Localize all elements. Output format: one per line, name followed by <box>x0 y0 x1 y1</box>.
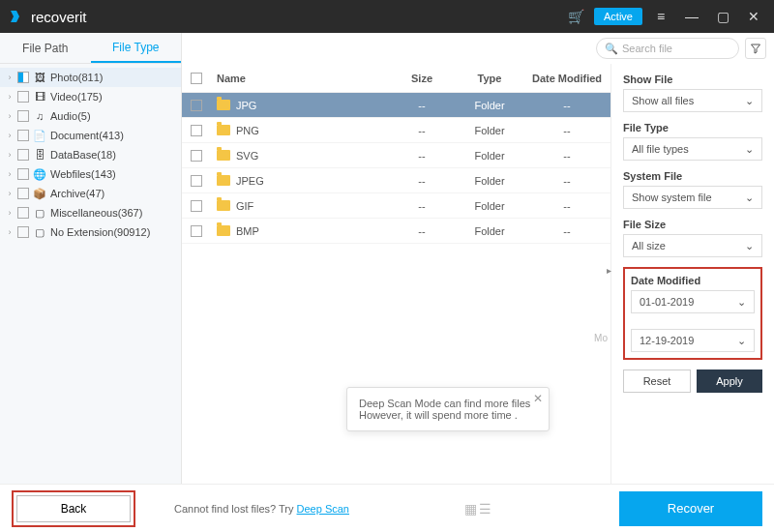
footer: Back Cannot find lost files? Try Deep Sc… <box>0 484 774 532</box>
chevron-right-icon: › <box>6 92 14 102</box>
tree-label: Audio(5) <box>50 110 91 122</box>
maximize-icon[interactable]: ▢ <box>710 4 735 29</box>
list-view-icon[interactable]: ☰ <box>479 501 491 517</box>
date-to-select[interactable]: 12-19-2019⌄ <box>631 329 755 352</box>
table-row[interactable]: GIF--Folder-- <box>182 193 610 219</box>
row-type: Folder <box>456 100 523 111</box>
col-name[interactable]: Name <box>211 73 388 84</box>
col-size[interactable]: Size <box>388 73 456 84</box>
search-input[interactable]: 🔍 Search file <box>596 38 739 59</box>
table-row[interactable]: BMP--Folder-- <box>182 219 610 244</box>
chevron-right-icon: › <box>6 73 14 82</box>
row-name: PNG <box>236 125 259 136</box>
row-checkbox[interactable] <box>191 125 202 136</box>
folder-icon <box>217 225 230 236</box>
tree-checkbox[interactable] <box>17 188 29 199</box>
back-button[interactable]: Back <box>16 495 131 522</box>
row-checkbox[interactable] <box>191 150 202 162</box>
tab-file-type[interactable]: File Type <box>91 33 182 63</box>
deep-scan-link[interactable]: Deep Scan <box>297 503 349 515</box>
chevron-down-icon: ⌄ <box>737 296 746 309</box>
tree-item-web[interactable]: ›🌐Webfiles(143) <box>0 164 181 184</box>
tree-checkbox[interactable] <box>17 110 29 122</box>
tree-item-misc[interactable]: ›▢Miscellaneous(367) <box>0 203 181 222</box>
row-size: -- <box>388 150 456 162</box>
active-button[interactable]: Active <box>594 8 642 25</box>
table-row[interactable]: SVG--Folder-- <box>182 143 610 168</box>
chevron-down-icon: ⌄ <box>737 335 746 347</box>
tree-item-none[interactable]: ›▢No Extension(90912) <box>0 222 181 242</box>
music-icon: ♫ <box>33 109 46 123</box>
folder-icon <box>217 175 230 186</box>
tree-item-image[interactable]: ›🖼Photo(811) <box>0 68 181 87</box>
file-type-select[interactable]: All file types⌄ <box>623 137 762 161</box>
tree-item-arc[interactable]: ›📦Archive(47) <box>0 184 181 203</box>
row-size: -- <box>388 125 456 136</box>
date-modified-label: Date Modified <box>631 275 755 286</box>
recover-button[interactable]: Recover <box>619 491 762 526</box>
cart-icon[interactable]: 🛒 <box>563 4 588 29</box>
tree-item-doc[interactable]: ›📄Document(413) <box>0 126 181 145</box>
file-size-select[interactable]: All size⌄ <box>623 234 762 257</box>
system-file-select[interactable]: Show system file⌄ <box>623 186 762 209</box>
tree-label: DataBase(18) <box>50 149 116 161</box>
tree-label: Photo(811) <box>50 72 103 83</box>
filter-icon[interactable] <box>745 38 766 59</box>
app-logo: recoverit <box>8 8 87 25</box>
apply-button[interactable]: Apply <box>697 369 762 393</box>
tree-checkbox[interactable] <box>17 207 29 219</box>
table-row[interactable]: PNG--Folder-- <box>182 118 610 143</box>
grid-view-icon[interactable]: ▦ <box>464 501 477 517</box>
menu-icon[interactable]: ≡ <box>648 4 673 29</box>
col-date[interactable]: Date Modified <box>523 73 610 84</box>
row-size: -- <box>388 100 456 111</box>
tree-label: Document(413) <box>50 130 124 141</box>
row-date: -- <box>523 225 610 237</box>
chevron-right-icon: › <box>6 150 14 160</box>
web-icon: 🌐 <box>33 167 46 181</box>
tooltip-close-icon[interactable]: ✕ <box>533 392 543 405</box>
close-icon[interactable]: ✕ <box>741 4 766 29</box>
tree-checkbox[interactable] <box>17 168 29 180</box>
tree-checkbox[interactable] <box>17 72 29 83</box>
film-icon: 🎞 <box>33 90 46 103</box>
row-size: -- <box>388 200 456 212</box>
date-from-select[interactable]: 01-01-2019⌄ <box>631 290 755 313</box>
show-file-select[interactable]: Show all files⌄ <box>623 89 762 112</box>
chevron-right-icon: › <box>6 131 14 140</box>
col-type[interactable]: Type <box>456 73 523 84</box>
file-size-label: File Size <box>623 219 762 230</box>
row-date: -- <box>523 175 610 187</box>
tree-checkbox[interactable] <box>17 91 29 103</box>
row-checkbox[interactable] <box>191 175 202 187</box>
row-checkbox[interactable] <box>191 100 202 111</box>
reset-button[interactable]: Reset <box>623 369 691 393</box>
tree-item-film[interactable]: ›🎞Video(175) <box>0 87 181 106</box>
chevron-down-icon: ⌄ <box>745 192 754 204</box>
row-checkbox[interactable] <box>191 200 202 212</box>
tab-file-path[interactable]: File Path <box>0 33 91 63</box>
tree-checkbox[interactable] <box>17 130 29 141</box>
folder-icon <box>217 100 230 110</box>
search-icon: 🔍 <box>605 43 618 55</box>
tree-label: Miscellaneous(367) <box>50 207 142 219</box>
table-row[interactable]: JPG--Folder-- <box>182 93 610 118</box>
tree-item-music[interactable]: ›♫Audio(5) <box>0 106 181 126</box>
row-date: -- <box>523 150 610 162</box>
tree-checkbox[interactable] <box>17 226 29 238</box>
table-row[interactable]: JPEG--Folder-- <box>182 168 610 193</box>
expand-handle[interactable]: ▸ <box>607 265 611 276</box>
minimize-icon[interactable]: — <box>679 4 704 29</box>
filter-panel: Show File Show all files⌄ File Type All … <box>611 64 774 484</box>
chevron-down-icon: ⌄ <box>745 95 754 107</box>
tree-item-db[interactable]: ›🗄DataBase(18) <box>0 145 181 164</box>
back-highlight: Back <box>12 490 135 527</box>
row-checkbox[interactable] <box>191 225 202 237</box>
tree-checkbox[interactable] <box>17 149 29 161</box>
search-placeholder: Search file <box>622 43 672 54</box>
chevron-right-icon: › <box>6 111 14 121</box>
tree-label: Webfiles(143) <box>50 168 116 180</box>
none-icon: ▢ <box>33 225 46 239</box>
file-type-label: File Type <box>623 122 762 133</box>
select-all-checkbox[interactable] <box>191 73 202 84</box>
